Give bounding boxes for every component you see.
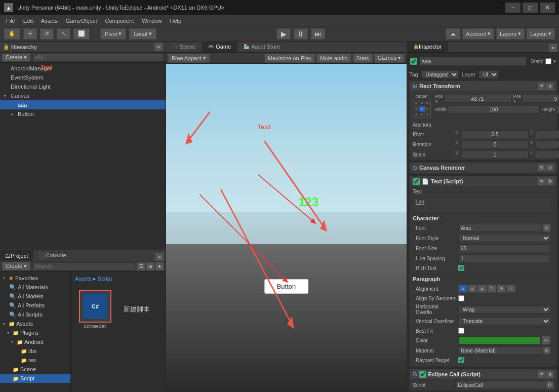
text-script-active-checkbox[interactable] [413, 178, 420, 185]
color-eyedropper-icon[interactable]: ✏ [542, 336, 550, 344]
hierarchy-options-icon[interactable]: ≡ [154, 43, 163, 51]
project-options-icon[interactable]: ≡ [155, 253, 164, 261]
hierarchy-item-canvas[interactable]: ▾ Canvas [0, 91, 166, 100]
layout-dropdown[interactable]: Layout ▾ [527, 28, 555, 40]
tree-res[interactable]: 📁 res [0, 356, 70, 365]
maximize-on-play-button[interactable]: Maximize on Play [264, 54, 315, 63]
tree-all-prefabs[interactable]: 🔍 All Prefabs [0, 301, 70, 310]
menu-edit[interactable]: Edit [19, 17, 37, 25]
hierarchy-item-directionallight[interactable]: Directional Light [0, 82, 166, 91]
cr-settings-icon[interactable]: ⚙ [546, 164, 553, 171]
font-style-dropdown[interactable]: Normal [458, 234, 550, 242]
pause-button[interactable]: ⏸ [294, 28, 308, 40]
align-center-h-button[interactable]: ≡ [468, 285, 477, 293]
rot-x-input[interactable] [461, 140, 529, 148]
canvas-renderer-header[interactable]: ⊙ Canvas Renderer ⧉ ⚙ [410, 163, 556, 173]
horiz-overflow-dropdown[interactable]: Wrap [458, 305, 550, 313]
align-geom-checkbox[interactable] [458, 295, 464, 301]
eclipse-script-input[interactable] [455, 381, 545, 389]
ts-settings-icon[interactable]: ⚙ [546, 178, 553, 185]
anchor-grid[interactable] [413, 100, 431, 118]
pivot-button[interactable]: Pivot ▾ [100, 28, 126, 40]
tab-project[interactable]: 🗂 Project [0, 250, 33, 261]
tree-libs[interactable]: 📁 libs [0, 346, 70, 356]
anchor-cell-bc[interactable] [419, 112, 424, 117]
menu-assets[interactable]: Assets [37, 17, 62, 25]
menu-help[interactable]: Help [166, 17, 185, 25]
width-input[interactable] [448, 105, 540, 113]
eclipse-call-header[interactable]: G Eclipse Call (Script) ⧉ ⚙ [410, 369, 556, 380]
eclipse-call-active-checkbox[interactable] [419, 371, 426, 378]
static-dropdown-icon[interactable]: ▾ [553, 59, 556, 64]
rect-tool-button[interactable]: ⬜ [73, 28, 90, 40]
scale-x-input[interactable] [461, 150, 529, 159]
align-bottom-button[interactable]: ⊥ [506, 285, 515, 293]
close-button[interactable]: ✕ [540, 3, 555, 13]
tree-scene[interactable]: 📁 Scene [0, 365, 70, 374]
cr-copy-icon[interactable]: ⧉ [538, 164, 545, 171]
menu-gameobject[interactable]: GameObject [62, 17, 101, 25]
pivot-y-input[interactable] [536, 130, 559, 138]
game-button[interactable]: Button [264, 279, 309, 294]
text-script-header[interactable]: 📄 Text (Script) ⧉ ⚙ [410, 176, 556, 187]
project-create-button[interactable]: Create ▾ [2, 262, 30, 270]
tab-inspector[interactable]: 🔒 Inspector [407, 42, 448, 52]
pos-y-input[interactable] [522, 95, 559, 103]
line-spacing-input[interactable] [458, 254, 550, 262]
tag-dropdown[interactable]: Untagged [421, 70, 459, 79]
stats-button[interactable]: Stats [353, 54, 373, 63]
rect-copy-icon[interactable]: ⧉ [538, 83, 545, 90]
hierarchy-item-androidmanager[interactable]: AndroidManager [0, 64, 166, 73]
rect-settings-icon[interactable]: ⚙ [546, 83, 553, 90]
project-list-view-icon[interactable]: ☰ [137, 262, 145, 270]
rotate-tool-button[interactable]: ↺ [40, 28, 54, 40]
project-search-input[interactable] [32, 262, 135, 270]
raycast-checkbox[interactable] [458, 357, 464, 363]
gizmos-button[interactable]: Gizmos ▾ [374, 54, 405, 63]
tree-plugins[interactable]: ▾ 📁 Plugins [0, 328, 70, 337]
anchor-cell-br[interactable] [425, 112, 430, 117]
font-size-input[interactable] [458, 244, 550, 252]
tree-android[interactable]: ▾ 📁 Android [0, 337, 70, 346]
hand-tool-button[interactable]: ✋ [4, 28, 20, 40]
play-button[interactable]: ▶ [276, 28, 291, 40]
mute-audio-button[interactable]: Mute audio [316, 54, 351, 63]
color-swatch[interactable] [458, 336, 540, 344]
anchor-cell-tc[interactable] [419, 100, 424, 106]
hierarchy-search-input[interactable] [32, 54, 164, 62]
best-fit-checkbox[interactable] [458, 328, 464, 334]
minimize-button[interactable]: − [505, 3, 521, 13]
inspector-options-icon[interactable]: ≡ [549, 44, 557, 52]
anchor-cell-bl[interactable] [413, 112, 419, 117]
hierarchy-item-aaa[interactable]: aaa [0, 100, 166, 109]
cloud-button[interactable]: ☁ [446, 28, 460, 40]
scale-tool-button[interactable]: ⤡ [57, 28, 70, 40]
project-grid-view-icon[interactable]: ⊞ [146, 262, 154, 270]
align-right-button[interactable]: ≡ [477, 285, 487, 293]
menu-window[interactable]: Window [138, 17, 166, 25]
menu-component[interactable]: Component [101, 17, 138, 25]
hierarchy-create-button[interactable]: Create ▾ [2, 53, 30, 62]
font-pick-icon[interactable]: ⊙ [543, 224, 550, 231]
tree-all-scripts[interactable]: 🔍 All Scripts [0, 310, 70, 319]
tab-scene[interactable]: ⬛ Scene [166, 41, 202, 52]
hierarchy-item-eventsystem[interactable]: EventSystem [0, 73, 166, 82]
height-input[interactable] [556, 105, 559, 113]
material-pick-icon[interactable]: ⊙ [543, 347, 550, 354]
tree-all-models[interactable]: 🔍 All Models [0, 292, 70, 301]
tree-script[interactable]: 📁 Script [0, 374, 70, 383]
anchor-cell-tl[interactable] [413, 100, 419, 106]
maximize-button[interactable]: □ [523, 3, 538, 13]
align-left-button[interactable]: ≡ [458, 285, 467, 293]
ec-copy-icon[interactable]: ⧉ [538, 371, 545, 378]
eclipse-script-pick-icon[interactable]: ⊙ [546, 381, 553, 388]
account-dropdown[interactable]: Account ▾ [462, 28, 494, 40]
tree-favorites[interactable]: ▾ ★ Favorites [0, 273, 70, 283]
anchor-cell-mc[interactable] [419, 106, 424, 111]
ec-settings-icon[interactable]: ⚙ [546, 371, 553, 378]
scale-y-input[interactable] [536, 150, 559, 159]
move-tool-button[interactable]: ✛ [23, 28, 37, 40]
tab-console[interactable]: ⬛ Console [33, 250, 71, 261]
tree-assets[interactable]: ▾ 📁 Assets [0, 319, 70, 328]
anchor-cell-ml[interactable] [413, 106, 419, 111]
